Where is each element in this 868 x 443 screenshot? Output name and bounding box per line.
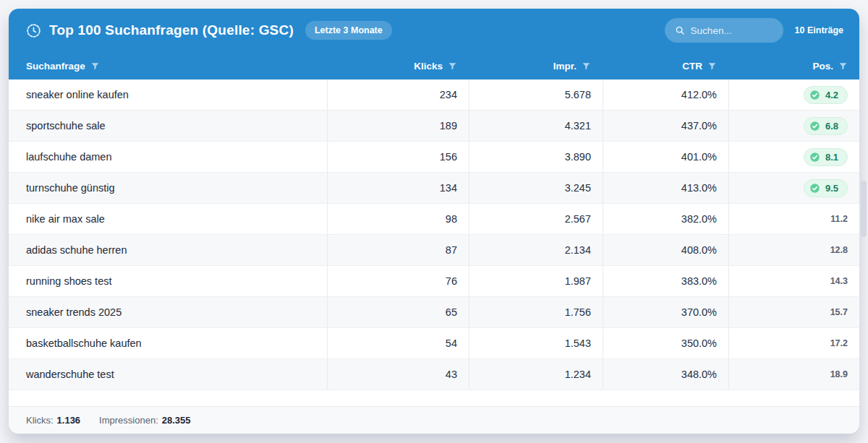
table-row[interactable]: wanderschuhe test 43 1.234 348.0% 18.9	[9, 359, 859, 390]
query-cell: adidas schuhe herren	[9, 235, 327, 265]
table-header-row: SuchanfrageKlicksImpr.CTRPos.	[9, 52, 859, 79]
query-cell: nike air max sale	[9, 204, 327, 234]
pos-cell: 11.2	[728, 204, 859, 234]
table-row[interactable]: sportschuhe sale 189 4.321 437.0% 6.8	[9, 111, 859, 142]
column-header-suchanfrage[interactable]: Suchanfrage	[9, 52, 327, 79]
filter-icon[interactable]	[90, 61, 100, 71]
summary-footer: Klicks: 1.136 Impressionen: 28.355	[9, 406, 859, 434]
klicks-total-value: 1.136	[57, 415, 81, 426]
filter-icon[interactable]	[582, 61, 591, 71]
page-title: Top 100 Suchanfragen (Quelle: GSC)	[49, 22, 294, 38]
check-circle-icon	[809, 183, 820, 194]
search-input[interactable]	[691, 25, 773, 36]
column-header-label: Impr.	[553, 61, 576, 72]
table-row[interactable]: laufschuhe damen 156 3.890 401.0% 8.1	[9, 142, 859, 173]
klicks-total-label: Klicks:	[26, 415, 54, 426]
search-box[interactable]	[665, 18, 783, 43]
impr-cell: 2.134	[469, 235, 603, 265]
pos-cell: 6.8	[728, 111, 859, 141]
check-circle-icon	[809, 121, 820, 132]
pos-cell: 18.9	[728, 359, 859, 390]
table-row[interactable]: basketballschuhe kaufen 54 1.543 350.0% …	[9, 328, 859, 359]
card-header: Top 100 Suchanfragen (Quelle: GSC) Letzt…	[9, 9, 859, 52]
table-row[interactable]: nike air max sale 98 2.567 382.0% 11.2	[9, 204, 859, 235]
klicks-cell: 156	[327, 142, 469, 172]
pos-cell: 17.2	[728, 328, 859, 358]
query-cell: basketballschuhe kaufen	[9, 328, 327, 358]
ctr-cell: 370.0%	[603, 297, 728, 327]
position-value: 11.2	[830, 214, 848, 224]
query-cell: sneaker online kaufen	[9, 79, 327, 110]
impressionen-total: Impressionen: 28.355	[99, 415, 190, 426]
klicks-cell: 54	[327, 328, 469, 358]
pos-cell: 9.5	[728, 173, 859, 203]
klicks-cell: 87	[327, 235, 469, 265]
search-queries-card: Top 100 Suchanfragen (Quelle: GSC) Letzt…	[9, 9, 859, 434]
table-body: sneaker online kaufen 234 5.678 412.0% 4…	[9, 79, 859, 390]
query-cell: running shoes test	[9, 266, 327, 296]
ctr-cell: 413.0%	[603, 173, 728, 203]
column-header-label: Klicks	[414, 61, 443, 72]
check-circle-icon	[809, 152, 820, 163]
klicks-cell: 43	[327, 359, 469, 390]
ctr-cell: 401.0%	[603, 142, 728, 172]
position-value: 18.9	[830, 369, 848, 379]
column-header-label: Pos.	[812, 61, 833, 72]
impr-cell: 3.890	[469, 142, 603, 172]
table-row[interactable]: sneaker trends 2025 65 1.756 370.0% 15.7	[9, 297, 859, 328]
impr-cell: 5.678	[469, 79, 603, 110]
table-row[interactable]: running shoes test 76 1.987 383.0% 14.3	[9, 266, 859, 297]
position-value: 4.2	[825, 90, 838, 100]
column-header-label: Suchanfrage	[26, 61, 85, 72]
position-value: 15.7	[830, 307, 848, 317]
position-badge: 8.1	[804, 148, 848, 166]
ctr-cell: 350.0%	[603, 328, 728, 358]
impr-cell: 1.987	[469, 266, 603, 296]
column-header-label: CTR	[682, 61, 702, 72]
impr-cell: 1.543	[469, 328, 603, 358]
klicks-cell: 234	[327, 79, 469, 110]
impr-cell: 1.234	[469, 359, 603, 390]
klicks-cell: 65	[327, 297, 469, 327]
position-value: 8.1	[825, 152, 838, 163]
ctr-cell: 383.0%	[603, 266, 728, 296]
pos-cell: 14.3	[728, 266, 859, 296]
klicks-cell: 189	[327, 111, 469, 141]
pos-cell: 8.1	[728, 142, 859, 172]
klicks-cell: 76	[327, 266, 469, 296]
position-value: 9.5	[825, 183, 838, 194]
column-header-ctr[interactable]: CTR	[603, 52, 728, 79]
position-value: 14.3	[830, 276, 848, 286]
filter-icon[interactable]	[838, 61, 848, 71]
filter-icon[interactable]	[707, 61, 717, 71]
klicks-cell: 134	[327, 173, 469, 203]
check-circle-icon	[809, 90, 820, 100]
column-header-pos[interactable]: Pos.	[728, 52, 859, 79]
position-badge: 9.5	[804, 179, 848, 197]
filter-icon[interactable]	[448, 61, 457, 71]
table-row[interactable]: sneaker online kaufen 234 5.678 412.0% 4…	[9, 79, 859, 111]
pos-cell: 15.7	[728, 297, 859, 327]
search-icon	[675, 25, 685, 35]
column-header-klicks[interactable]: Klicks	[327, 52, 469, 79]
position-badge: 6.8	[804, 117, 848, 135]
table-row[interactable]: adidas schuhe herren 87 2.134 408.0% 12.…	[9, 235, 859, 266]
klicks-total: Klicks: 1.136	[26, 415, 80, 426]
table-row[interactable]: turnschuhe günstig 134 3.245 413.0% 9.5	[9, 173, 859, 204]
klicks-cell: 98	[327, 204, 469, 234]
impressionen-total-value: 28.355	[162, 415, 191, 426]
pos-cell: 12.8	[728, 235, 859, 265]
query-cell: turnschuhe günstig	[9, 173, 327, 203]
position-value: 17.2	[830, 338, 848, 348]
page-scrollbar-thumb[interactable]	[861, 181, 867, 237]
ctr-cell: 348.0%	[603, 359, 728, 390]
impr-cell: 3.245	[469, 173, 603, 203]
ctr-cell: 437.0%	[603, 111, 728, 141]
impr-cell: 1.756	[469, 297, 603, 327]
period-badge: Letzte 3 Monate	[305, 21, 392, 40]
query-cell: sneaker trends 2025	[9, 297, 327, 327]
ctr-cell: 408.0%	[603, 235, 728, 265]
pos-cell: 4.2	[728, 79, 859, 110]
ctr-cell: 382.0%	[603, 204, 728, 234]
column-header-impr[interactable]: Impr.	[469, 52, 603, 79]
